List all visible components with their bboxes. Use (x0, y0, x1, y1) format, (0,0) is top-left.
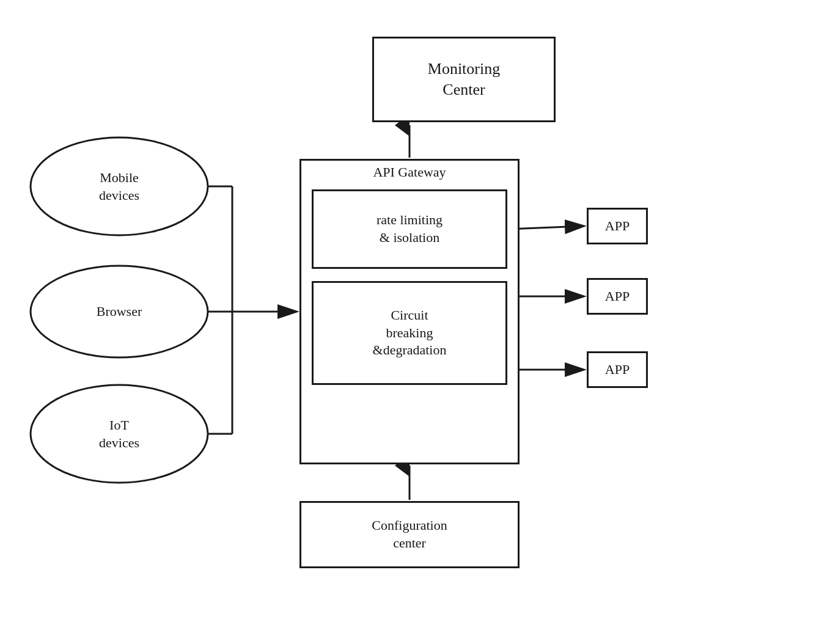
circuit-line1: Circuit (391, 307, 428, 323)
iot-text: IoT devices (99, 417, 139, 452)
monitoring-line1: Monitoring (428, 60, 500, 78)
rate-limiting-line1: rate limiting (376, 212, 443, 227)
app-label-3: APP (605, 362, 630, 378)
app-label-2: APP (605, 288, 630, 304)
app-label-1: APP (605, 218, 630, 234)
circuit-breaking-label: Circuit breaking &degradation (373, 307, 447, 359)
browser-label: Browser (67, 287, 171, 336)
circuit-breaking-box: Circuit breaking &degradation (312, 281, 507, 385)
iot-line2: devices (99, 435, 139, 450)
config-line1: Configuration (372, 518, 447, 533)
circuit-line3: &degradation (373, 342, 447, 357)
config-center-box: Configuration center (299, 501, 520, 568)
mobile-devices-label: Mobile devices (67, 158, 171, 216)
api-gateway-label: API Gateway (299, 164, 520, 181)
mobile-text: Mobile devices (99, 169, 139, 204)
rate-limiting-line2: & isolation (380, 230, 439, 245)
monitoring-line2: Center (443, 81, 485, 98)
monitoring-center-box: Monitoring Center (372, 37, 556, 122)
api-gateway-text: API Gateway (373, 164, 446, 180)
config-line2: center (393, 535, 426, 551)
app-box-2: APP (587, 278, 648, 315)
svg-line-12 (509, 226, 583, 229)
app-box-1: APP (587, 208, 648, 244)
iot-line1: IoT (109, 417, 129, 433)
rate-limiting-label: rate limiting & isolation (376, 211, 443, 246)
circuit-line2: breaking (386, 325, 433, 340)
app-box-3: APP (587, 351, 648, 388)
browser-text: Browser (97, 303, 142, 321)
config-center-label: Configuration center (372, 517, 447, 552)
mobile-line2: devices (99, 188, 139, 203)
monitoring-center-label: Monitoring Center (428, 59, 500, 100)
iot-devices-label: IoT devices (67, 405, 171, 463)
diagram-container: Monitoring Center API Gateway rate limit… (0, 0, 830, 644)
mobile-line1: Mobile (100, 170, 139, 185)
rate-limiting-box: rate limiting & isolation (312, 189, 507, 269)
